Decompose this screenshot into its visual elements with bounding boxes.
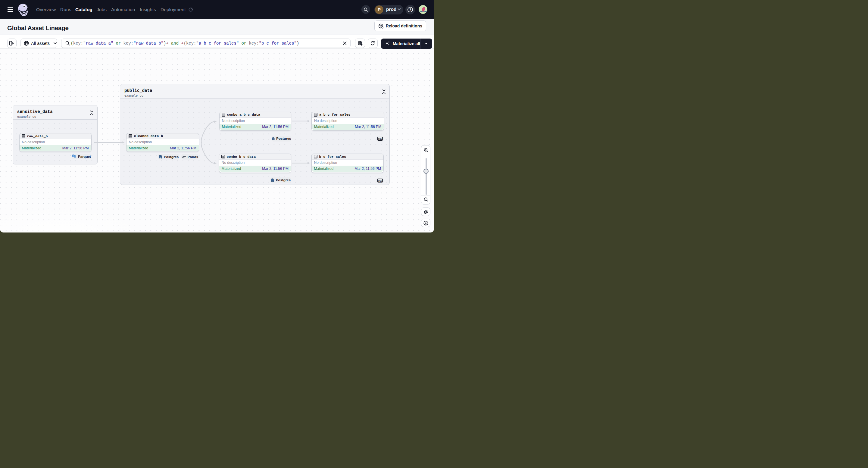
svg-text:CSV: CSV xyxy=(378,180,382,182)
svg-text:CSV: CSV xyxy=(378,137,382,140)
svg-text:?: ? xyxy=(409,8,411,11)
